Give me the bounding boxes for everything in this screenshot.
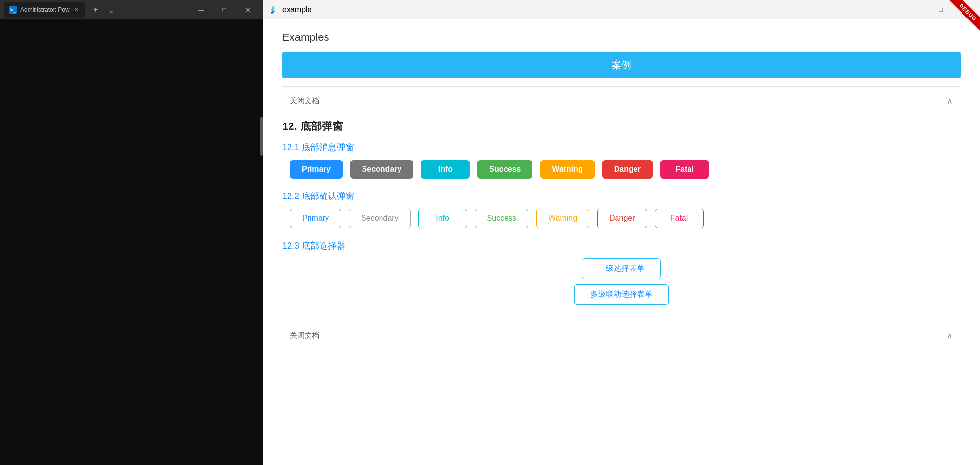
- svg-marker-0: [271, 6, 275, 11]
- app-content: Examples 案例 关闭文档 ∧ 12. 底部弹窗 12.1 底部消息弹窗 …: [263, 19, 980, 465]
- page-title: Examples: [282, 31, 961, 44]
- btn-success-filled[interactable]: Success: [477, 160, 532, 179]
- btn-info-outlined[interactable]: Info: [418, 209, 467, 228]
- btn-danger-filled[interactable]: Danger: [602, 160, 653, 179]
- terminal-tab-actions: + ⌄: [89, 3, 118, 17]
- sub-12-2-title: 12.2 底部确认弹窗: [282, 190, 961, 202]
- terminal-tab-bar: >_ Administrator: Pow ✕ + ⌄ — □ ✕: [0, 0, 263, 19]
- selector-btn-row-2: 多级联动选择表单: [282, 284, 961, 305]
- section-12-title: 12. 底部弹窗: [282, 119, 961, 134]
- terminal-icon: >_: [9, 6, 17, 14]
- divider-2: [282, 321, 961, 321]
- btn-fatal-filled[interactable]: Fatal: [660, 160, 709, 179]
- app-close-btn[interactable]: ✕: [952, 0, 974, 19]
- close-doc-section-2[interactable]: 关闭文档 ∧: [282, 327, 961, 344]
- selector-btn-row-1: 一级选择表单: [282, 258, 961, 279]
- tab-dropdown-button[interactable]: ⌄: [105, 3, 118, 17]
- app-titlebar: example — □ ✕: [263, 0, 980, 19]
- sub-12-1-title: 12.1 底部消息弹窗: [282, 142, 961, 153]
- new-tab-button[interactable]: +: [89, 3, 103, 17]
- terminal-tab-close[interactable]: ✕: [73, 6, 80, 13]
- btn-primary-filled[interactable]: Primary: [290, 160, 343, 179]
- close-doc-label-1: 关闭文档: [290, 96, 319, 106]
- blue-banner[interactable]: 案例: [282, 52, 961, 78]
- btn-warning-filled[interactable]: Warning: [540, 160, 594, 179]
- terminal-tab[interactable]: >_ Administrator: Pow ✕: [4, 2, 85, 18]
- app-panel: DEBUG example — □ ✕ Examples 案例 关闭文档 ∧ 1…: [263, 0, 980, 465]
- selector-btn-1[interactable]: 一级选择表单: [582, 258, 661, 279]
- selector-btn-2[interactable]: 多级联动选择表单: [574, 284, 669, 305]
- app-window-controls: — □ ✕: [907, 0, 974, 19]
- chevron-up-icon-2: ∧: [947, 331, 953, 340]
- close-doc-label-2: 关闭文档: [290, 331, 319, 340]
- terminal-maximize-btn[interactable]: □: [213, 0, 236, 19]
- terminal-minimize-btn[interactable]: —: [190, 0, 212, 19]
- btn-danger-outlined[interactable]: Danger: [597, 209, 647, 228]
- btn-success-outlined[interactable]: Success: [475, 209, 528, 228]
- close-doc-section-1[interactable]: 关闭文档 ∧: [282, 92, 961, 109]
- button-row-filled: Primary Secondary Info Success Warning D…: [290, 160, 961, 179]
- btn-warning-outlined[interactable]: Warning: [536, 209, 589, 228]
- btn-fatal-outlined[interactable]: Fatal: [655, 209, 704, 228]
- app-logo-icon: [269, 5, 278, 15]
- button-row-outlined: Primary Secondary Info Success Warning D…: [290, 209, 961, 228]
- app-maximize-btn[interactable]: □: [929, 0, 952, 19]
- btn-info-filled[interactable]: Info: [421, 160, 470, 179]
- btn-primary-outlined[interactable]: Primary: [290, 209, 341, 228]
- btn-secondary-outlined[interactable]: Secondary: [349, 209, 411, 228]
- terminal-tab-label: Administrator: Pow: [20, 6, 70, 13]
- app-title-text: example: [282, 5, 311, 14]
- app-minimize-btn[interactable]: —: [907, 0, 929, 19]
- sub-12-3-title: 12.3 底部选择器: [282, 240, 961, 251]
- btn-secondary-filled[interactable]: Secondary: [350, 160, 414, 179]
- terminal-body: [0, 19, 263, 465]
- chevron-up-icon-1: ∧: [947, 96, 953, 106]
- terminal-panel: >_ Administrator: Pow ✕ + ⌄ — □ ✕: [0, 0, 263, 465]
- divider-1: [282, 86, 961, 87]
- window-controls-terminal: — □ ✕: [190, 0, 259, 19]
- terminal-close-btn[interactable]: ✕: [236, 0, 259, 19]
